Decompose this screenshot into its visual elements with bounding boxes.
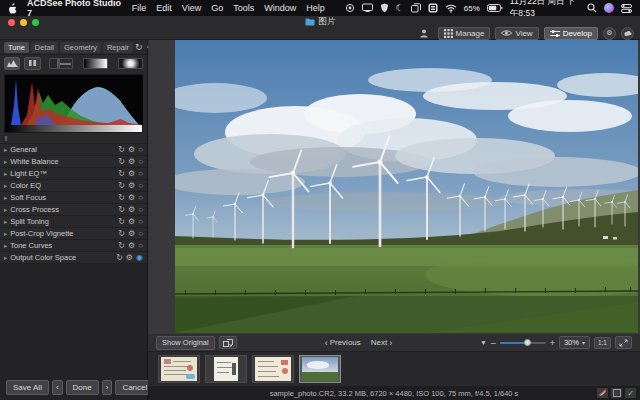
- tone-slider-swatch[interactable]: [49, 58, 74, 69]
- battery-icon[interactable]: [487, 4, 503, 13]
- gear-icon[interactable]: ⚙: [128, 193, 135, 202]
- reset-icon[interactable]: ↻: [118, 229, 125, 238]
- done-button[interactable]: Done: [66, 380, 99, 395]
- disclosure-icon[interactable]: ▸: [4, 182, 7, 190]
- menu-tools[interactable]: Tools: [233, 3, 254, 13]
- metadata-icon[interactable]: [611, 388, 622, 398]
- disclosure-icon[interactable]: ▸: [4, 242, 7, 250]
- siri-icon[interactable]: [604, 3, 614, 13]
- radial-swatch[interactable]: [118, 58, 143, 69]
- windows-stack-icon[interactable]: [411, 3, 421, 13]
- spotlight-search-icon[interactable]: [587, 3, 597, 13]
- enable-toggle[interactable]: ○: [138, 169, 143, 178]
- reset-all-icon[interactable]: ↻: [135, 42, 143, 52]
- display-icon[interactable]: [362, 3, 373, 13]
- group-light-eq[interactable]: ▸ Light EQ™ ↻⚙○: [0, 167, 147, 179]
- zoom-slider-knob[interactable]: [524, 339, 531, 346]
- enable-toggle[interactable]: ○: [138, 181, 143, 190]
- gear-icon[interactable]: ⚙: [128, 217, 135, 226]
- disclosure-icon[interactable]: ▸: [4, 206, 7, 214]
- histogram[interactable]: [4, 74, 143, 133]
- filmstrip-thumb-1[interactable]: [158, 355, 200, 383]
- menu-view[interactable]: View: [182, 3, 201, 13]
- reset-icon[interactable]: ↻: [118, 205, 125, 214]
- group-post-crop-vignette[interactable]: ▸ Post-Crop Vignette ↻⚙○: [0, 227, 147, 239]
- reset-icon[interactable]: ↻: [116, 253, 123, 262]
- tab-geometry[interactable]: Geometry: [60, 42, 101, 53]
- gear-icon[interactable]: ⚙: [128, 169, 135, 178]
- show-original-button[interactable]: Show Original: [156, 336, 215, 350]
- develop-mode-button[interactable]: Develop: [544, 27, 598, 40]
- enable-toggle[interactable]: ○: [138, 145, 143, 154]
- zoom-out-button[interactable]: –: [491, 338, 496, 348]
- enable-toggle-active[interactable]: ◉: [136, 253, 143, 262]
- tab-repair[interactable]: Repair: [103, 42, 133, 53]
- group-split-toning[interactable]: ▸ Split Toning ↻⚙○: [0, 215, 147, 227]
- gear-icon[interactable]: ⚙: [128, 145, 135, 154]
- filmstrip-thumb-4-selected[interactable]: [299, 355, 341, 383]
- gear-icon[interactable]: ⚙: [126, 253, 133, 262]
- account-icon[interactable]: [419, 28, 429, 38]
- menu-go[interactable]: Go: [211, 3, 223, 13]
- enable-toggle[interactable]: ○: [138, 241, 143, 250]
- split-view-button[interactable]: [24, 57, 40, 70]
- enable-toggle[interactable]: ○: [138, 193, 143, 202]
- saved-check-icon[interactable]: ✓: [625, 388, 636, 398]
- gear-icon[interactable]: ⚙: [128, 205, 135, 214]
- reset-icon[interactable]: ↻: [118, 193, 125, 202]
- shield-icon[interactable]: [380, 3, 389, 13]
- group-output-color-space[interactable]: ▸ Output Color Space ↻⚙◉: [0, 251, 147, 263]
- group-color-eq[interactable]: ▸ Color EQ ↻⚙○: [0, 179, 147, 191]
- view-mode-button[interactable]: View: [495, 27, 538, 40]
- menu-edit[interactable]: Edit: [156, 3, 172, 13]
- filmstrip-thumb-2[interactable]: [205, 355, 247, 383]
- group-tone-curves[interactable]: ▸ Tone Curves ↻⚙○: [0, 239, 147, 251]
- record-icon[interactable]: [345, 3, 355, 13]
- actual-size-button[interactable]: 1:1: [594, 337, 611, 349]
- tab-detail[interactable]: Detail: [31, 42, 58, 53]
- reset-icon[interactable]: ↻: [118, 145, 125, 154]
- gear-icon[interactable]: ⚙: [128, 241, 135, 250]
- gear-icon[interactable]: ⚙: [128, 157, 135, 166]
- next-image-button[interactable]: ›: [102, 380, 113, 395]
- enable-toggle[interactable]: ○: [138, 217, 143, 226]
- zoom-level-select[interactable]: 30% ▾: [559, 336, 590, 349]
- moon-icon[interactable]: ☾: [396, 3, 404, 13]
- reset-icon[interactable]: ↻: [118, 181, 125, 190]
- fit-image-button[interactable]: [615, 336, 632, 349]
- enable-toggle[interactable]: ○: [138, 157, 143, 166]
- reset-icon[interactable]: ↻: [118, 241, 125, 250]
- disclosure-icon[interactable]: ▸: [4, 158, 7, 166]
- photo-canvas[interactable]: [175, 40, 638, 333]
- apple-menu-icon[interactable]: [8, 3, 17, 14]
- clipping-warning-icon[interactable]: !: [5, 135, 7, 142]
- menu-window[interactable]: Window: [264, 3, 296, 13]
- next-button[interactable]: Next ›: [371, 338, 392, 348]
- disclosure-icon[interactable]: ▸: [4, 146, 7, 154]
- menu-help[interactable]: Help: [306, 3, 325, 13]
- reset-icon[interactable]: ↻: [118, 217, 125, 226]
- enable-toggle[interactable]: ○: [138, 229, 143, 238]
- histogram-toggle-button[interactable]: [4, 57, 20, 70]
- zoom-menu-dropdown-icon[interactable]: ▼: [480, 339, 486, 346]
- zoom-in-button[interactable]: +: [550, 338, 555, 348]
- gear-icon[interactable]: ⚙: [128, 181, 135, 190]
- group-general[interactable]: ▸ General ↻⚙○: [0, 143, 147, 155]
- menu-file[interactable]: File: [132, 3, 147, 13]
- zoom-slider[interactable]: [500, 342, 546, 344]
- disclosure-icon[interactable]: ▸: [4, 170, 7, 178]
- group-cross-process[interactable]: ▸ Cross Process ↻⚙○: [0, 203, 147, 215]
- enable-toggle[interactable]: ○: [138, 205, 143, 214]
- wifi-icon[interactable]: [445, 4, 457, 13]
- manage-mode-button[interactable]: Manage: [438, 27, 491, 40]
- control-center-icon[interactable]: [621, 4, 632, 13]
- develop-edited-icon[interactable]: [597, 388, 608, 398]
- gradient-swatch[interactable]: [83, 58, 108, 69]
- disclosure-icon[interactable]: ▸: [4, 194, 7, 202]
- group-soft-focus[interactable]: ▸ Soft Focus ↻⚙○: [0, 191, 147, 203]
- gear-icon[interactable]: ⚙: [128, 229, 135, 238]
- group-white-balance[interactable]: ▸ White Balance ↻⚙○: [0, 155, 147, 167]
- input-source-icon[interactable]: [428, 3, 438, 13]
- reset-icon[interactable]: ↻: [118, 157, 125, 166]
- disclosure-icon[interactable]: ▸: [4, 218, 7, 226]
